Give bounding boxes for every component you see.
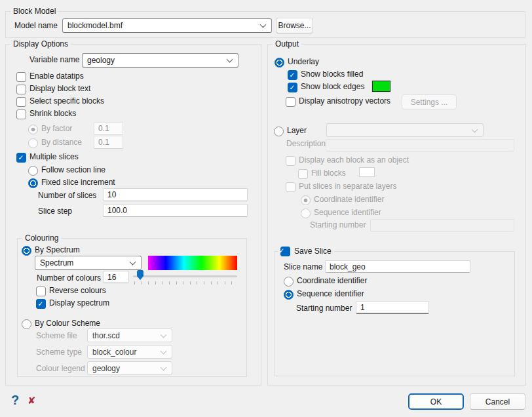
colour-count-slider-track[interactable]: [133, 275, 237, 277]
scheme-type-value: block_colour: [92, 348, 136, 357]
model-name-value: blockmodel.bmf: [67, 21, 123, 30]
by-colour-scheme-radio[interactable]: [22, 319, 31, 329]
colour-legend-label: Colour legend: [36, 364, 85, 374]
output-group-title: Output: [273, 39, 301, 49]
description-label: Description: [286, 139, 326, 149]
by-distance-radio: [28, 138, 38, 148]
spectrum-value: Spectrum: [40, 258, 73, 268]
save-coordinate-identifier-label: Coordinate identifier: [297, 276, 367, 286]
enable-datatips-label: Enable datatips: [29, 71, 84, 81]
scheme-file-combobox: thor.scd: [87, 328, 172, 342]
spectrum-gradient: [148, 256, 237, 270]
display-each-block-checkbox: [286, 156, 295, 166]
display-spectrum-checkbox[interactable]: [36, 299, 46, 309]
slice-name-input[interactable]: [325, 260, 470, 273]
scheme-file-value: thor.scd: [92, 331, 120, 340]
scheme-type-label: Scheme type: [36, 348, 82, 357]
block-model-dialog: Block Model Model name blockmodel.bmf Br…: [0, 0, 532, 417]
layer-starting-number-input: [370, 219, 514, 231]
underlay-label: Underlay: [288, 57, 319, 67]
display-block-text-label: Display block text: [29, 84, 90, 94]
slice-step-input[interactable]: [103, 204, 248, 217]
error-close-icon[interactable]: ✘: [28, 395, 36, 405]
number-of-colours-input[interactable]: [103, 271, 129, 283]
fixed-slice-increment-radio[interactable]: [28, 178, 38, 188]
model-name-combobox[interactable]: blockmodel.bmf: [62, 18, 272, 33]
select-specific-blocks-label: Select specific blocks: [29, 96, 104, 106]
layer-starting-number-label: Starting number: [310, 220, 366, 230]
variable-name-combobox[interactable]: geology: [82, 53, 238, 68]
save-starting-number-input[interactable]: [356, 301, 429, 314]
shrink-blocks-checkbox[interactable]: [16, 109, 26, 119]
model-name-label: Model name: [14, 21, 58, 31]
show-block-edges-checkbox[interactable]: [288, 83, 297, 92]
browse-button[interactable]: Browse...: [276, 18, 313, 33]
layer-sequence-identifier-radio: [301, 208, 311, 218]
layer-combobox: [326, 123, 484, 137]
edge-colour-swatch[interactable]: [372, 81, 390, 92]
display-block-text-checkbox[interactable]: [16, 85, 26, 94]
save-sequence-identifier-radio[interactable]: [284, 290, 294, 300]
scheme-type-combobox: block_colour: [87, 345, 172, 359]
help-icon[interactable]: ?: [11, 393, 19, 407]
colour-legend-value: geology: [92, 364, 120, 373]
cancel-button[interactable]: Cancel: [470, 393, 525, 410]
layer-radio[interactable]: [274, 127, 284, 136]
save-slice-checkbox[interactable]: [280, 247, 290, 256]
display-anisotropy-checkbox[interactable]: [286, 97, 295, 107]
reverse-colours-checkbox[interactable]: [36, 287, 46, 296]
number-of-colours-label: Number of colours: [37, 273, 101, 283]
display-options-group-title: Display Options: [10, 39, 71, 49]
variable-name-value: geology: [87, 56, 115, 65]
by-spectrum-radio[interactable]: [22, 246, 31, 256]
display-spectrum-label: Display spectrum: [49, 298, 109, 308]
spectrum-combobox[interactable]: Spectrum: [35, 256, 142, 270]
fill-colour-swatch: [359, 167, 375, 177]
by-distance-input: [94, 136, 123, 149]
underlay-radio[interactable]: [275, 58, 284, 68]
colour-legend-combobox: geology: [87, 361, 172, 375]
slice-name-label: Slice name: [284, 262, 322, 272]
by-factor-input: [94, 122, 123, 135]
description-input: [326, 139, 514, 151]
display-anisotropy-label: Display anisotropy vectors: [299, 96, 390, 106]
put-slices-label: Put slices in separate layers: [299, 182, 396, 191]
by-factor-radio: [28, 125, 38, 134]
by-colour-scheme-label: By Colour Scheme: [35, 319, 100, 328]
number-of-slices-label: Number of slices: [38, 191, 96, 201]
follow-section-line-label: Follow section line: [41, 165, 105, 175]
shrink-blocks-label: Shrink blocks: [29, 109, 76, 119]
save-slice-label: Save Slice: [294, 247, 332, 256]
by-distance-label: By distance: [41, 138, 82, 148]
by-factor-label: By factor: [41, 124, 72, 134]
enable-datatips-checkbox[interactable]: [16, 72, 26, 82]
slice-step-label: Slice step: [38, 207, 72, 216]
scheme-file-label: Scheme file: [36, 331, 77, 341]
follow-section-line-radio[interactable]: [28, 166, 38, 176]
colour-count-slider-ticks: [134, 281, 238, 285]
select-specific-blocks-checkbox[interactable]: [16, 97, 26, 107]
settings-button: Settings ...: [402, 94, 457, 109]
fixed-slice-increment-label: Fixed slice increment: [41, 178, 115, 188]
colouring-group-title: Colouring: [22, 233, 61, 243]
show-blocks-filled-label: Show blocks filled: [301, 70, 363, 79]
layer-coordinate-identifier-label: Coordinate identifier: [314, 195, 384, 205]
show-block-edges-label: Show block edges: [301, 82, 364, 92]
save-coordinate-identifier-radio[interactable]: [284, 277, 294, 287]
layer-label: Layer: [287, 126, 307, 136]
save-starting-number-label: Starting number: [296, 304, 352, 313]
fill-blocks-label: Fill blocks: [311, 169, 346, 178]
reverse-colours-label: Reverse colours: [49, 286, 106, 296]
variable-name-label: Variable name: [29, 55, 80, 65]
ok-button[interactable]: OK: [408, 393, 464, 410]
put-slices-checkbox: [286, 182, 295, 192]
number-of-slices-input[interactable]: [103, 188, 248, 201]
save-slice-legend: Save Slice: [278, 247, 334, 256]
by-spectrum-label: By Spectrum: [35, 245, 80, 255]
multiple-slices-checkbox[interactable]: [16, 153, 26, 163]
layer-sequence-identifier-label: Sequence identifier: [314, 208, 381, 218]
block-model-group-title: Block Model: [10, 7, 58, 16]
display-each-block-label: Display each block as an object: [299, 155, 409, 165]
layer-coordinate-identifier-radio: [301, 195, 311, 205]
show-blocks-filled-checkbox[interactable]: [288, 70, 297, 80]
